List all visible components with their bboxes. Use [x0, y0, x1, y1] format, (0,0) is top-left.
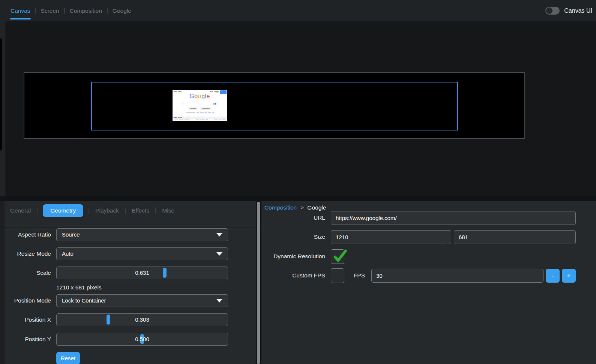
- tab-google[interactable]: Google: [112, 7, 132, 15]
- logo-letter: o: [194, 93, 198, 99]
- top-tab-bar: Canvas Screen Composition Google: [10, 0, 132, 21]
- checkmark-icon: [332, 248, 347, 264]
- source-size-info: 1210 x 681 pixels: [56, 284, 102, 291]
- gutter-sliver: [0, 38, 2, 151]
- tab-effects[interactable]: Effects: [131, 207, 150, 214]
- thumb-topleft-links: [174, 91, 182, 92]
- tab-screen[interactable]: Screen: [41, 7, 60, 15]
- tab-separator: [64, 8, 65, 13]
- tab-general[interactable]: General: [9, 207, 32, 214]
- thumb-footer-links: [173, 119, 227, 121]
- resize-mode-dropdown[interactable]: Auto: [56, 247, 228, 260]
- resize-mode-label: Resize Mode: [5, 250, 51, 257]
- position-x-label: Position X: [5, 316, 51, 323]
- scale-value: 0.631: [57, 267, 228, 279]
- canvas-editor: Google: [0, 21, 596, 196]
- url-input[interactable]: [331, 211, 576, 225]
- search-box-thumb: [182, 102, 218, 105]
- fps-input[interactable]: [371, 269, 543, 283]
- tab-geometry[interactable]: Geometry: [43, 204, 83, 217]
- canvas-ui-toggle-label: Canvas UI: [564, 7, 592, 14]
- tab-canvas[interactable]: Canvas: [10, 7, 31, 15]
- aspect-ratio-value: Source: [62, 229, 80, 240]
- tab-separator: [37, 208, 38, 214]
- tab-separator: [107, 8, 108, 13]
- chevron-down-icon: [216, 299, 222, 303]
- fps-increment-button[interactable]: +: [562, 269, 576, 283]
- position-y-label: Position Y: [5, 336, 51, 343]
- breadcrumb: Composition > Google: [264, 204, 326, 211]
- google-search-button-thumb: [188, 107, 198, 110]
- position-y-value: 0.500: [57, 333, 228, 345]
- google-source-thumbnail[interactable]: Google: [173, 90, 227, 121]
- position-x-slider[interactable]: 0.303: [56, 313, 228, 326]
- tab-separator: [35, 8, 36, 13]
- composition-selection-rect[interactable]: [91, 82, 458, 130]
- aspect-ratio-label: Aspect Ratio: [5, 231, 51, 238]
- fps-decrement-button[interactable]: -: [546, 269, 560, 283]
- breadcrumb-composition-link[interactable]: Composition: [264, 204, 297, 211]
- breadcrumb-separator: >: [300, 205, 303, 211]
- scale-slider[interactable]: 0.631: [56, 267, 228, 279]
- tab-canvas-label: Canvas: [11, 7, 30, 14]
- size-label: Size: [261, 234, 325, 240]
- chevron-down-icon: [216, 233, 222, 237]
- active-tab-underline: [10, 18, 31, 19]
- dynamic-resolution-label: Dynamic Resolution: [261, 253, 325, 260]
- position-mode-value: Lock to Container: [62, 295, 106, 306]
- logo-letter: g: [201, 93, 205, 99]
- logo-letter: G: [189, 93, 194, 99]
- canvas-ui-toggle-group: Canvas UI: [545, 0, 592, 21]
- left-gutter: [0, 21, 5, 196]
- left-gutter: [0, 201, 5, 364]
- search-icon: [215, 103, 216, 105]
- panel-scrollbar[interactable]: [257, 202, 260, 364]
- source-properties-panel: General Geometry Playback Effects Misc A…: [5, 201, 256, 364]
- logo-letter: e: [206, 93, 210, 99]
- tab-playback[interactable]: Playback: [95, 207, 120, 214]
- position-mode-label: Position Mode: [5, 297, 51, 304]
- chevron-down-icon: [216, 252, 222, 256]
- tab-separator: [89, 208, 89, 214]
- thumb-language-row: [173, 112, 227, 112]
- reset-button[interactable]: Reset: [56, 352, 80, 364]
- position-y-slider[interactable]: 0.500: [56, 333, 228, 346]
- aspect-ratio-dropdown[interactable]: Source: [56, 228, 228, 241]
- tab-composition[interactable]: Composition: [69, 7, 102, 15]
- custom-fps-label: Custom FPS: [261, 272, 325, 279]
- position-mode-dropdown[interactable]: Lock to Container: [56, 294, 228, 307]
- browser-source-panel: Composition > Google URL Size Dynamic Re…: [261, 201, 596, 364]
- properties-tab-bar: General Geometry Playback Effects Misc: [9, 204, 175, 217]
- size-height-input[interactable]: [454, 230, 576, 244]
- size-width-input[interactable]: [331, 230, 451, 244]
- resize-mode-value: Auto: [62, 248, 74, 259]
- tab-separator: [125, 208, 126, 214]
- position-x-value: 0.303: [57, 314, 228, 325]
- fps-label: FPS: [342, 272, 365, 279]
- toggle-knob: [546, 7, 552, 14]
- thumb-buttons-row: [173, 107, 227, 110]
- google-logo: Google: [173, 93, 227, 100]
- scale-label: Scale: [5, 270, 51, 276]
- dynamic-resolution-checkbox[interactable]: [331, 249, 344, 264]
- tab-separator: [155, 208, 156, 214]
- mic-icon: [213, 103, 214, 105]
- top-bar: Canvas Screen Composition Google Canvas …: [0, 0, 596, 21]
- canvas-ui-toggle[interactable]: [545, 7, 560, 15]
- breadcrumb-current: Google: [307, 204, 326, 211]
- tab-misc[interactable]: Misc: [161, 207, 175, 214]
- url-label: URL: [261, 214, 325, 221]
- logo-letter: o: [198, 93, 201, 99]
- properties-area: General Geometry Playback Effects Misc A…: [0, 196, 596, 364]
- feeling-lucky-button-thumb: [200, 107, 212, 110]
